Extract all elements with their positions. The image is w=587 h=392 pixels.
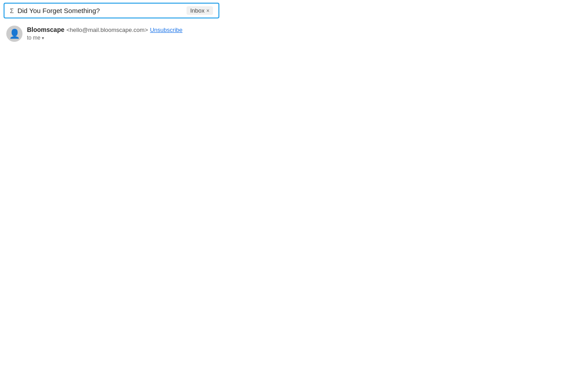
sender-email: <hello@mail.bloomscape.com> [67, 27, 148, 33]
to-me-label: to me [27, 35, 40, 41]
inbox-badge: Inbox × [187, 6, 213, 15]
chevron-down-icon[interactable]: ▾ [42, 36, 44, 40]
sender-row: 👤 Bloomscape <hello@mail.bloomscape.com>… [0, 21, 587, 46]
avatar: 👤 [6, 26, 22, 42]
email-subject-bar: Σ Did You Forget Something? Inbox × [4, 3, 219, 18]
sender-name: Bloomscape [27, 26, 64, 33]
sender-name-line: Bloomscape <hello@mail.bloomscape.com> U… [27, 26, 182, 34]
sender-info: Bloomscape <hello@mail.bloomscape.com> U… [27, 26, 182, 41]
avatar-icon: 👤 [9, 28, 20, 39]
inbox-close-button[interactable]: × [206, 8, 209, 14]
email-subject-text: Did You Forget Something? [18, 7, 187, 14]
to-me-row: to me ▾ [27, 35, 182, 41]
unsubscribe-link[interactable]: Unsubscribe [150, 27, 182, 33]
subject-icon: Σ [10, 7, 14, 14]
inbox-label: Inbox [190, 7, 205, 14]
